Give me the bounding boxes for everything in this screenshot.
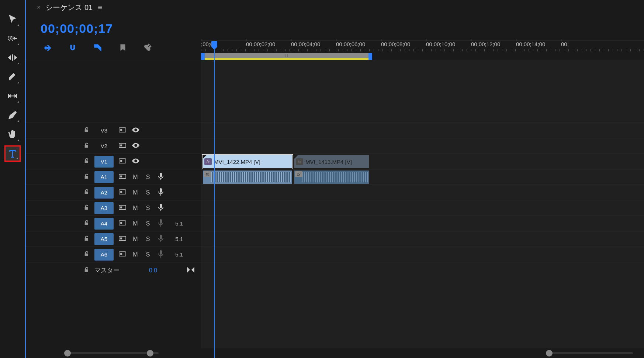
- solo-button[interactable]: S: [142, 236, 154, 242]
- eye-icon[interactable]: [129, 127, 142, 134]
- track-label[interactable]: A2: [94, 187, 114, 199]
- voice-over-icon[interactable]: [154, 235, 167, 244]
- pen-tool[interactable]: [4, 107, 21, 123]
- marker-icon[interactable]: [118, 43, 128, 53]
- zoom-slider[interactable]: [66, 352, 159, 354]
- voice-over-icon[interactable]: [154, 250, 167, 259]
- master-track-header[interactable]: マスター 0.0: [26, 262, 201, 278]
- video-clip[interactable]: fx MVI_1422.MP4 [V]: [202, 155, 292, 169]
- track-header-a6[interactable]: A6 M S 5.1: [26, 247, 201, 262]
- track-lane-v3[interactable]: [201, 123, 644, 138]
- solo-button[interactable]: S: [142, 220, 154, 227]
- track-lane-a5[interactable]: [201, 231, 644, 247]
- sync-lock-icon[interactable]: [116, 220, 129, 227]
- mute-button[interactable]: M: [129, 251, 142, 258]
- track-header-v3[interactable]: V3: [26, 123, 201, 138]
- selection-tool[interactable]: [4, 11, 21, 27]
- slip-tool[interactable]: [4, 88, 21, 104]
- track-header-a1[interactable]: A1 M S: [26, 169, 201, 185]
- voice-over-icon[interactable]: [154, 219, 167, 228]
- track-header-a3[interactable]: A3 M S: [26, 200, 201, 216]
- track-lane-a6[interactable]: [201, 247, 644, 262]
- lock-icon[interactable]: [81, 251, 92, 258]
- track-header-a5[interactable]: A5 M S 5.1: [26, 231, 201, 247]
- track-label[interactable]: A3: [94, 202, 114, 214]
- sync-lock-icon[interactable]: [116, 174, 129, 180]
- work-area-bar[interactable]: III: [201, 53, 644, 60]
- tab-close-button[interactable]: ×: [37, 4, 40, 11]
- solo-button[interactable]: S: [142, 205, 154, 211]
- sync-lock-icon[interactable]: [116, 127, 129, 134]
- time-ruler[interactable]: ;00;00 00;00;02;00 00;00;04;00 00;00;06;…: [201, 41, 644, 52]
- sync-lock-icon[interactable]: [116, 236, 129, 242]
- zoom-handle-left[interactable]: [64, 350, 71, 357]
- track-label[interactable]: V1: [94, 156, 114, 168]
- tab-menu-button[interactable]: ≡: [98, 3, 102, 12]
- mute-button[interactable]: M: [129, 205, 142, 211]
- lock-icon[interactable]: [81, 220, 92, 227]
- hand-tool[interactable]: [4, 126, 21, 142]
- track-header-v1[interactable]: V1: [26, 154, 201, 169]
- track-header-a4[interactable]: A4 M S 5.1: [26, 216, 201, 231]
- fx-badge-icon[interactable]: fx: [204, 171, 211, 177]
- track-lane-a2[interactable]: [201, 185, 644, 200]
- mute-button[interactable]: M: [129, 189, 142, 196]
- track-label[interactable]: V3: [94, 125, 114, 137]
- fx-badge-icon[interactable]: fx: [204, 158, 212, 165]
- snap-icon[interactable]: [68, 43, 77, 53]
- sync-lock-icon[interactable]: [116, 158, 129, 165]
- playhead[interactable]: [211, 41, 217, 47]
- sync-lock-icon[interactable]: [116, 189, 129, 196]
- voice-over-icon[interactable]: [154, 173, 167, 182]
- eye-icon[interactable]: [129, 143, 142, 149]
- solo-button[interactable]: S: [142, 174, 154, 180]
- voice-over-icon[interactable]: [154, 204, 167, 213]
- lock-icon[interactable]: [81, 235, 92, 243]
- lock-icon[interactable]: [81, 204, 92, 212]
- lock-icon[interactable]: [81, 267, 92, 274]
- settings-icon[interactable]: [143, 43, 153, 53]
- track-lane-master[interactable]: [201, 262, 644, 278]
- track-lane-a4[interactable]: [201, 216, 644, 231]
- track-label[interactable]: V2: [94, 140, 114, 152]
- audio-clip[interactable]: fx: [202, 170, 292, 184]
- track-header-a2[interactable]: A2 M S: [26, 185, 201, 200]
- audio-clip[interactable]: fx: [294, 170, 369, 184]
- fx-badge-icon[interactable]: fx: [296, 158, 303, 165]
- mute-button[interactable]: M: [129, 174, 142, 180]
- video-clip[interactable]: fx MVI_1413.MP4 [V]: [294, 155, 369, 169]
- sync-lock-icon[interactable]: [116, 205, 129, 211]
- ripple-edit-tool[interactable]: [4, 49, 21, 66]
- voice-over-icon[interactable]: [154, 188, 167, 197]
- tab-title[interactable]: シーケンス 01: [45, 3, 93, 13]
- track-label[interactable]: A6: [94, 249, 114, 261]
- mute-button[interactable]: M: [129, 236, 142, 242]
- lock-icon[interactable]: [81, 127, 92, 134]
- eye-icon[interactable]: [129, 158, 142, 165]
- track-lane-a3[interactable]: [201, 200, 644, 216]
- lock-icon[interactable]: [81, 158, 92, 165]
- lock-icon[interactable]: [81, 142, 92, 150]
- zoom-scrollbar[interactable]: [26, 348, 644, 358]
- track-lane-v2[interactable]: [201, 138, 644, 154]
- type-tool[interactable]: [4, 145, 21, 162]
- linked-selection-icon[interactable]: [93, 43, 103, 53]
- track-select-tool[interactable]: [4, 30, 21, 47]
- track-lane-a1[interactable]: fx fx: [201, 169, 644, 185]
- sync-lock-icon[interactable]: [116, 143, 129, 149]
- solo-button[interactable]: S: [142, 251, 154, 258]
- fx-badge-icon[interactable]: fx: [295, 171, 302, 177]
- sync-lock-icon[interactable]: [116, 251, 129, 258]
- lock-icon[interactable]: [81, 189, 92, 196]
- track-label[interactable]: A1: [94, 171, 114, 183]
- collapse-icon[interactable]: [187, 267, 194, 274]
- razor-tool[interactable]: [4, 69, 21, 85]
- master-value[interactable]: 0.0: [149, 267, 157, 274]
- mute-button[interactable]: M: [129, 220, 142, 227]
- zoom-handle-right[interactable]: [147, 350, 153, 357]
- hscroll-thumb[interactable]: [548, 352, 633, 354]
- track-header-v2[interactable]: V2: [26, 138, 201, 154]
- solo-button[interactable]: S: [142, 189, 154, 196]
- tracks-area[interactable]: fx MVI_1422.MP4 [V] fx MVI_1413.MP4 [V] …: [201, 60, 644, 348]
- hscroll-knob[interactable]: [546, 350, 553, 357]
